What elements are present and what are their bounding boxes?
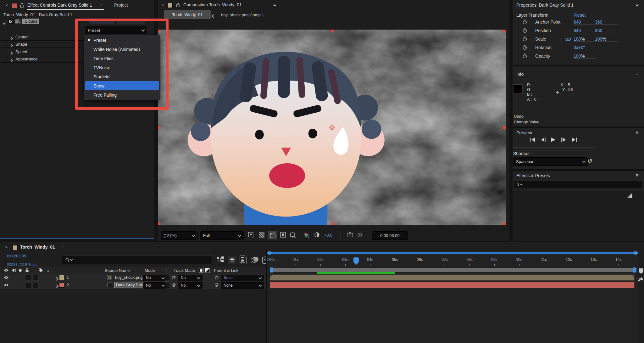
panel-menu-icon[interactable]: ≡ [636,2,639,7]
layer-label-swatch[interactable] [59,275,64,280]
luma-matte-icon[interactable] [205,268,210,273]
snapshot-camera-icon[interactable] [347,232,353,237]
menu-item-snow[interactable]: Snow [85,81,159,90]
panel-menu-icon[interactable]: ≡ [100,2,103,8]
anchor-y-value[interactable]: 360 [595,20,618,25]
anchor-x-value[interactable]: 640 [574,20,596,25]
resolution-dropdown[interactable]: Full [200,231,244,240]
track-matte-pickwhip-icon[interactable]: @ [172,275,176,279]
panel-corner-grip-icon[interactable] [626,192,633,199]
menu-item-preset[interactable]: Preset [84,36,160,45]
menu-item-white-noise[interactable]: White Noise (Animated) [84,45,160,54]
playhead-line[interactable] [356,254,356,343]
current-timecode[interactable]: 0:00:03:09 [7,254,26,258]
t-cell[interactable] [165,275,170,281]
scrollbar-left-cap[interactable] [267,251,272,255]
collapse-chevron-icon[interactable] [3,20,5,25]
exposure-icon[interactable] [314,232,320,238]
transparency-grid-icon[interactable] [259,232,264,238]
tab-comp-active[interactable]: Torch_Windy_01 [164,10,211,19]
stopwatch-icon[interactable] [523,53,527,59]
selection-handle[interactable] [158,222,160,225]
exposure-value[interactable]: +0.0 [324,233,332,238]
stopwatch-icon[interactable] [523,37,527,42]
lock-icon[interactable] [176,3,180,7]
solo-cell[interactable] [25,282,31,288]
show-snapshot-icon[interactable] [357,232,363,238]
rotation-value[interactable]: 0x+0° [574,45,605,50]
selection-handle[interactable] [503,222,506,225]
fx-badge[interactable]: fx [8,19,14,24]
t-column-header[interactable]: T [165,268,167,273]
solo-column-icon[interactable] [19,269,22,272]
previous-frame-button[interactable] [540,137,547,142]
scrollbar-right-cap[interactable] [633,251,638,255]
reset-link[interactable]: Reset [574,13,586,18]
layer-row-1[interactable]: 1 boy_shock.png Comp 1 No @ No @ None [0,274,267,282]
magnification-dropdown[interactable]: (127%) [161,231,198,240]
channel-rgb-icon[interactable] [303,232,310,238]
expand-layer-chevron-icon[interactable] [55,284,58,289]
reset-shortcut-icon[interactable]: ↺ [587,157,592,165]
composition-flowchart-icon[interactable] [216,256,225,264]
composition-guides-icon[interactable] [290,232,296,238]
group-center[interactable]: Center [15,35,28,39]
shortcut-dropdown[interactable]: Spacebar [513,157,588,166]
parent-dropdown[interactable]: None [221,282,264,289]
source-name-column-header[interactable]: Source Name [105,268,130,273]
tab-comp-secondary[interactable]: boy_shock.png Comp 1 [221,13,264,17]
layer-visibility-eye-icon[interactable] [4,276,9,279]
close-icon[interactable]: × [5,245,8,250]
stopwatch-icon[interactable] [523,28,527,33]
menu-item-tvnoise[interactable]: TVNoise [84,63,160,72]
layer-visibility-eye-icon[interactable] [4,283,9,287]
first-frame-button[interactable] [529,137,536,142]
layer-row-2[interactable]: 2 Dark Gray Solid 1 No @ No @ None [0,281,267,289]
timeline-scrollbar[interactable] [267,252,638,254]
blend-mode-dropdown[interactable]: No [143,275,167,281]
group-shape[interactable]: Shape [15,42,27,47]
shy-layers-icon[interactable] [228,256,236,264]
menu-item-starfield[interactable]: Starfield [84,72,160,81]
number-column-header[interactable]: # [47,268,49,273]
play-button[interactable] [550,137,556,142]
video-column-eye-icon[interactable] [4,268,9,272]
scale-x-value[interactable]: 100% [574,37,596,42]
parent-dropdown[interactable]: None [221,275,264,281]
blend-mode-dropdown[interactable]: No [143,282,167,289]
mode-column-header[interactable]: Mode [145,268,155,273]
timeline-search-input[interactable] [62,256,212,264]
mask-visibility-icon[interactable] [280,232,286,238]
panel-menu-icon[interactable]: ≡ [62,244,64,250]
layer-bar-1[interactable] [270,274,635,281]
comp-button-icon[interactable] [637,276,643,282]
lock-cell[interactable] [32,275,39,281]
parent-pickwhip-icon[interactable]: @ [214,282,219,287]
next-frame-button[interactable] [560,137,567,142]
selection-handle[interactable] [503,30,506,32]
effects-search-input[interactable] [513,181,642,188]
panel-menu-icon[interactable]: ≡ [636,130,639,135]
lock-cell[interactable] [32,282,39,288]
expand-chevron-icon[interactable] [10,36,12,41]
expand-chevron-icon[interactable] [10,43,12,48]
label-column-icon[interactable] [38,268,43,273]
selection-handle[interactable] [331,222,334,225]
work-area-start-handle[interactable] [270,267,273,273]
frame-blending-icon[interactable] [239,256,247,264]
effect-name[interactable]: Clouds [22,19,39,24]
region-of-interest-icon[interactable] [268,231,277,239]
stopwatch-icon[interactable] [523,20,527,25]
position-x-value[interactable]: 640 [574,28,596,33]
menu-item-time-flies[interactable]: Time Flies [84,54,160,63]
parent-link-column-header[interactable]: Parent & Link [214,268,238,273]
track-matte-column-header[interactable]: Track Matte [174,268,195,273]
link-icon[interactable] [565,37,571,41]
tab-project[interactable]: Project [114,3,128,8]
fast-previews-icon[interactable] [248,232,254,238]
chevron-left-icon[interactable] [212,14,215,18]
timeline-graph-area[interactable]: 0:00s 01s 02s 03s 04s 05s 06s 07s 08s 09… [267,250,638,343]
selection-handle[interactable] [503,126,506,129]
t-cell[interactable] [165,282,170,288]
tab-effect-controls[interactable]: Effect Controls Dark Gray Solid 1 [27,3,92,8]
